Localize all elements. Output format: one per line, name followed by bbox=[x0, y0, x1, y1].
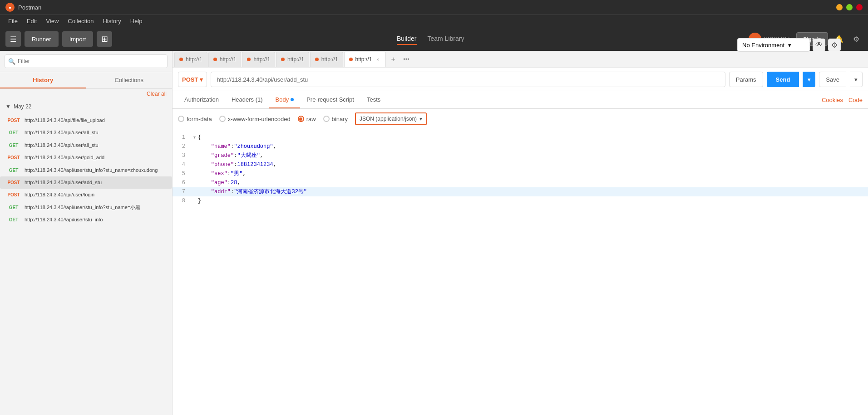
body-type-raw[interactable]: raw bbox=[298, 116, 316, 122]
code-line: 1 ▾ { bbox=[173, 133, 868, 142]
tab-prerequest[interactable]: Pre-request Script bbox=[300, 91, 360, 108]
tab-label: http://1 bbox=[186, 56, 202, 63]
list-item[interactable]: POST http://118.24.3.40/api/user/login bbox=[0, 189, 172, 201]
tab-close-icon[interactable]: × bbox=[375, 56, 381, 63]
section-label: May 22 bbox=[14, 103, 31, 110]
radio-icon bbox=[323, 116, 330, 122]
send-dropdown-button[interactable]: ▾ bbox=[803, 72, 815, 87]
code-line: 7 "addr":"河南省济源市北海大道32号" bbox=[173, 187, 868, 196]
code-content: "addr":"河南省济源市北海大道32号" bbox=[198, 187, 868, 196]
line-number: 3 bbox=[173, 151, 191, 160]
json-type-label: JSON (application/json) bbox=[360, 116, 417, 122]
list-item[interactable]: POST http://118.24.3.40/api/user/gold_ad… bbox=[0, 151, 172, 164]
body-type-form-data[interactable]: form-data bbox=[178, 116, 212, 122]
env-bar: No Environment ▾ 👁 ⚙ bbox=[737, 38, 841, 52]
cookies-link[interactable]: Cookies bbox=[822, 97, 843, 103]
tab-dot-icon bbox=[315, 58, 319, 61]
app-body: 🔍 History Collections Clear all ▼ May 22… bbox=[0, 51, 868, 415]
save-dropdown-button[interactable]: ▾ bbox=[850, 72, 863, 87]
code-line: 5 "sex":"男", bbox=[173, 169, 868, 178]
tab-collections[interactable]: Collections bbox=[86, 72, 173, 88]
list-item[interactable]: GET http://118.24.3.40//api/user/stu_inf… bbox=[0, 164, 172, 176]
sidebar-tabs: History Collections bbox=[0, 72, 172, 89]
method-selector[interactable]: POST ▾ bbox=[178, 72, 207, 87]
list-item[interactable]: GET http://118.24.3.40/api/user/all_stu bbox=[0, 139, 172, 151]
menu-help[interactable]: Help bbox=[126, 15, 147, 27]
list-item[interactable]: POST http://118.24.3.40/api/user/add_stu bbox=[0, 176, 172, 189]
tab-authorization[interactable]: Authorization bbox=[178, 91, 225, 108]
menu-history[interactable]: History bbox=[98, 15, 125, 27]
main-content: http://1 http://1 http://1 http://1 http… bbox=[173, 51, 868, 415]
filter-input[interactable] bbox=[5, 54, 168, 68]
line-number: 5 bbox=[173, 169, 191, 178]
tab-label: Tests bbox=[367, 96, 380, 103]
new-request-tab-button[interactable]: + bbox=[387, 53, 399, 66]
list-item[interactable]: GET http://118.24.3.40//api/user/stu_inf… bbox=[0, 201, 172, 214]
section-header[interactable]: ▼ May 22 bbox=[5, 101, 167, 112]
tab-label: Authorization bbox=[184, 96, 219, 103]
menu-file[interactable]: File bbox=[4, 15, 22, 27]
runner-button[interactable]: Runner bbox=[25, 31, 59, 47]
send-button[interactable]: Send bbox=[767, 72, 799, 87]
clear-all-button[interactable]: Clear all bbox=[0, 89, 172, 99]
body-type-binary[interactable]: binary bbox=[323, 116, 348, 122]
tab-dot-icon bbox=[247, 58, 251, 61]
json-type-selector[interactable]: JSON (application/json) ▾ bbox=[355, 112, 427, 125]
tab-dot-icon bbox=[213, 58, 217, 61]
params-button[interactable]: Params bbox=[729, 72, 763, 87]
env-manage-button[interactable]: ⚙ bbox=[828, 39, 841, 51]
new-tab-button[interactable]: ⊞ bbox=[97, 31, 112, 47]
radio-inner-dot bbox=[299, 117, 302, 121]
code-line: 3 "grade":"大蝎座", bbox=[173, 151, 868, 160]
request-tab-6[interactable]: http://1 × bbox=[344, 52, 386, 67]
request-tab-1[interactable]: http://1 bbox=[174, 52, 207, 67]
request-tab-4[interactable]: http://1 bbox=[276, 52, 309, 67]
tab-dot-icon bbox=[179, 58, 183, 61]
list-item[interactable]: GET http://118.24.3.40/api/user/all_stu bbox=[0, 127, 172, 139]
method-badge: GET bbox=[5, 130, 22, 136]
url-input[interactable] bbox=[211, 72, 725, 87]
minimize-button[interactable] bbox=[836, 4, 843, 10]
tab-headers[interactable]: Headers (1) bbox=[225, 91, 269, 108]
history-list: POST http://118.24.3.40/api/file/file_up… bbox=[0, 114, 172, 415]
env-settings-button[interactable]: 👁 bbox=[813, 39, 825, 51]
tab-label: http://1 bbox=[321, 56, 338, 63]
menu-edit[interactable]: Edit bbox=[22, 15, 41, 27]
maximize-button[interactable] bbox=[846, 4, 853, 10]
tab-body[interactable]: Body bbox=[269, 91, 301, 108]
nav-team-library[interactable]: Team Library bbox=[428, 33, 464, 45]
more-tabs-button[interactable]: ••• bbox=[399, 56, 413, 63]
tab-label: Headers (1) bbox=[232, 96, 263, 103]
list-item[interactable]: POST http://118.24.3.40/api/file/file_up… bbox=[0, 114, 172, 127]
save-button[interactable]: Save bbox=[819, 72, 846, 87]
request-tab-2[interactable]: http://1 bbox=[208, 52, 242, 67]
close-button[interactable] bbox=[856, 4, 863, 10]
code-content: "age":28, bbox=[198, 178, 868, 187]
list-item[interactable]: GET http://118.24.3.40//api/user/stu_inf… bbox=[0, 214, 172, 226]
request-tab-3[interactable]: http://1 bbox=[242, 52, 275, 67]
settings-button[interactable]: ⚙ bbox=[850, 33, 863, 45]
sidebar-toggle-button[interactable]: ☰ bbox=[5, 31, 21, 47]
request-tab-5[interactable]: http://1 bbox=[310, 52, 343, 67]
nav-builder[interactable]: Builder bbox=[397, 33, 417, 45]
menu-view[interactable]: View bbox=[41, 15, 63, 27]
tab-label: http://1 bbox=[253, 56, 270, 63]
history-url: http://118.24.3.40/api/user/all_stu bbox=[25, 129, 99, 136]
tab-label: Pre-request Script bbox=[306, 96, 354, 103]
json-type-dropdown-icon: ▾ bbox=[419, 116, 422, 122]
nav-center: Builder Team Library bbox=[116, 33, 745, 45]
body-type-urlencoded[interactable]: x-www-form-urlencoded bbox=[219, 116, 291, 122]
import-button[interactable]: Import bbox=[62, 31, 94, 47]
method-badge: POST bbox=[5, 192, 22, 198]
line-number: 4 bbox=[173, 160, 191, 169]
env-selector[interactable]: No Environment ▾ bbox=[737, 38, 810, 52]
app-title: Postman bbox=[18, 4, 836, 11]
body-dot-icon bbox=[291, 98, 294, 101]
menu-collection[interactable]: Collection bbox=[63, 15, 98, 27]
code-editor[interactable]: 1 ▾ { 2 "name":"zhouxudong", 3 "grade":"… bbox=[173, 129, 868, 415]
code-link[interactable]: Code bbox=[848, 97, 863, 103]
collapse-icon[interactable]: ▾ bbox=[191, 133, 198, 142]
collapse-icon: ▼ bbox=[5, 103, 11, 110]
tab-tests[interactable]: Tests bbox=[360, 91, 387, 108]
tab-history[interactable]: History bbox=[0, 72, 86, 88]
